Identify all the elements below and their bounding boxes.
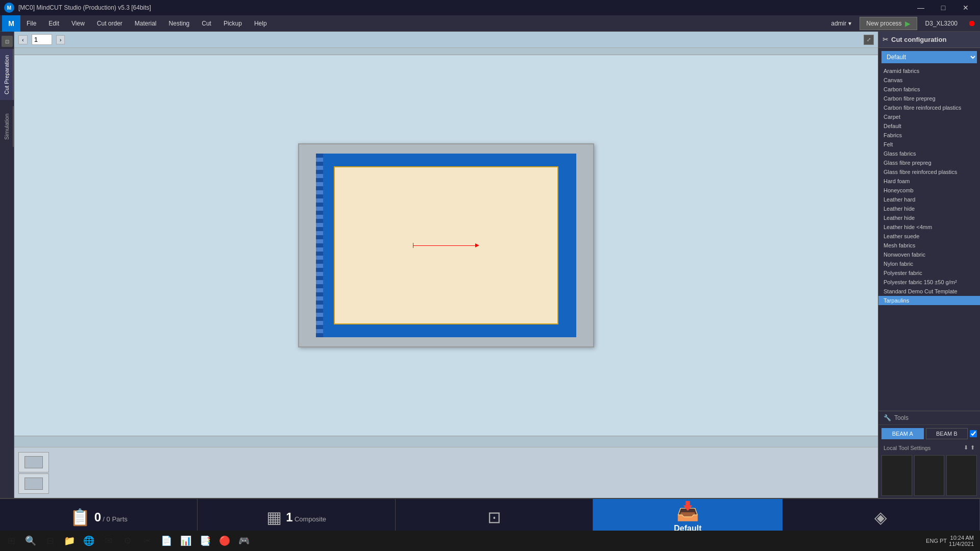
menubar-right: admir ▾ New process ▶ D3_XL3200 ⏺ (827, 17, 978, 30)
mat-leather-hide-4mm[interactable]: Leather hide <4mm (878, 222, 980, 232)
right-panel: ✂ Cut configuration Default Aramid fabri… (878, 32, 980, 498)
scroll-bar-top (14, 48, 878, 55)
menu-cut[interactable]: Cut (195, 15, 217, 32)
mat-glass-fibre-reinforced[interactable]: Glass fibre reinforced plastics (878, 167, 980, 177)
canvas-main[interactable] (14, 55, 878, 436)
new-process-button[interactable]: New process ▶ (860, 17, 917, 30)
mat-leather-hard[interactable]: Leather hard (878, 195, 980, 204)
menu-cutorder[interactable]: Cut order (91, 15, 129, 32)
mat-carbon-fibre-reinforced[interactable]: Carbon fibre reinforced plastics (878, 103, 980, 112)
user-menu[interactable]: admir ▾ (827, 18, 855, 29)
title-text: [MC0] MindCUT Studio (Production) v5.3 [… (18, 4, 151, 11)
thumbnail-2[interactable] (18, 473, 49, 494)
record-button[interactable]: ⏺ (966, 17, 978, 30)
mat-default[interactable]: Default (878, 121, 980, 131)
user-name: admir (831, 20, 846, 27)
win-explorer-btn[interactable]: 📁 (60, 532, 79, 550)
page-number-input[interactable] (32, 34, 52, 45)
mat-hard-foam[interactable]: Hard foam (878, 177, 980, 186)
mat-nylon-fabric[interactable]: Nylon fabric (878, 259, 980, 268)
canvas-area: ‹ › ⤢ (14, 32, 878, 498)
window-controls[interactable]: — □ ✕ (911, 0, 976, 15)
composite-count: 1 (286, 510, 292, 524)
mat-standard-demo[interactable]: Standard Demo Cut Template (878, 287, 980, 296)
mat-mesh-fabrics[interactable]: Mesh fabrics (878, 241, 980, 250)
mat-leather-hide-2[interactable]: Leather hide (878, 213, 980, 222)
mat-nonwoven-fabric[interactable]: Nonwoven fabric (878, 250, 980, 259)
win-acrobat-btn[interactable]: 📄 (157, 532, 176, 550)
menu-help[interactable]: Help (248, 15, 273, 32)
left-sidebar: ⊡ Cut Preparation Simulation (0, 32, 14, 498)
beam-a-button[interactable]: BEAM A (881, 428, 924, 439)
win-ppt-btn[interactable]: 📑 (196, 532, 214, 550)
menu-pickup[interactable]: Pickup (217, 15, 248, 32)
win-excel-btn[interactable]: 📊 (177, 532, 195, 550)
tool-slots (878, 453, 980, 498)
expand-button[interactable]: ⤢ (864, 35, 874, 45)
download-icon[interactable]: ⬇ (964, 444, 968, 451)
menu-nesting[interactable]: Nesting (163, 15, 196, 32)
user-dropdown-icon: ▾ (848, 20, 851, 27)
sidebar-btn-1[interactable]: ⊡ (2, 36, 13, 47)
mat-leather-suede[interactable]: Leather suede (878, 232, 980, 241)
cut-config-dropdown[interactable]: Default (881, 51, 977, 63)
win-taskview-btn[interactable]: ⊟ (41, 532, 59, 550)
menu-edit[interactable]: Edit (42, 15, 65, 32)
mat-glass-fibre-prepreg[interactable]: Glass fibre prepreg (878, 158, 980, 167)
win-snip-btn[interactable]: ✂ (138, 532, 156, 550)
new-process-label: New process (866, 20, 901, 27)
mat-aramid-fabrics[interactable]: Aramid fabrics (878, 66, 980, 76)
mat-honeycomb[interactable]: Honeycomb (878, 186, 980, 195)
minimize-button[interactable]: — (911, 0, 931, 15)
mat-felt[interactable]: Felt (878, 140, 980, 149)
nav-next-button[interactable]: › (56, 35, 65, 44)
beam-b-button[interactable]: BEAM B (926, 428, 968, 439)
win-app1-btn[interactable]: 🔴 (215, 532, 234, 550)
close-button[interactable]: ✕ (955, 0, 976, 15)
mat-carpet[interactable]: Carpet (878, 112, 980, 121)
date: 11/4/2021 (949, 541, 974, 547)
upload-icon[interactable]: ⬆ (970, 444, 975, 451)
scroll-bar-bottom[interactable] (14, 436, 878, 447)
thumbnail-1[interactable] (18, 452, 49, 472)
menu-material[interactable]: Material (129, 15, 163, 32)
win-app2-btn[interactable]: 🎮 (235, 532, 253, 550)
language-indicator: ENG PT (926, 538, 947, 544)
sidebar-cut-preparation[interactable]: Cut Preparation (0, 49, 14, 100)
parts-label: / 0 Parts (103, 515, 127, 523)
menu-file[interactable]: File (20, 15, 42, 32)
mat-canvas[interactable]: Canvas (878, 76, 980, 85)
mat-leather-hide-1[interactable]: Leather hide (878, 204, 980, 213)
mat-glass-fabrics[interactable]: Glass fabrics (878, 149, 980, 158)
app-logo: M (2, 15, 20, 32)
mat-carbon-fabrics[interactable]: Carbon fabrics (878, 85, 980, 94)
mat-fabrics[interactable]: Fabrics (878, 131, 980, 140)
composite-icon: ▦ (266, 508, 282, 527)
mat-polyester-fabric-150[interactable]: Polyester fabric 150 ±50 g/m² (878, 278, 980, 287)
composite-label: Composite (295, 515, 326, 523)
nesting-icon: ⊡ (487, 508, 501, 527)
win-mail-btn[interactable]: ✉ (99, 532, 117, 550)
mat-tarpaulins[interactable]: Tarpaulins (878, 296, 980, 305)
thumbnail-area (14, 447, 878, 498)
win-chrome-btn[interactable]: 🌐 (80, 532, 98, 550)
win-search-btn[interactable]: 🔍 (21, 532, 40, 550)
pickup-icon: ◈ (874, 508, 887, 527)
mat-carbon-fibre-prepreg[interactable]: Carbon fibre prepreg (878, 94, 980, 103)
thumb-inner-1 (24, 456, 43, 468)
win-settings-btn[interactable]: ⚙ (118, 532, 137, 550)
machine-inner (316, 154, 576, 337)
menu-view[interactable]: View (65, 15, 91, 32)
mat-polyester-fabric[interactable]: Polyester fabric (878, 268, 980, 278)
app-icon: M (4, 3, 14, 13)
right-panel-title: Cut configuration (891, 36, 946, 43)
sidebar-simulation[interactable]: Simulation (0, 106, 14, 147)
nav-prev-button[interactable]: ‹ (18, 35, 28, 44)
main-layout: ⊡ Cut Preparation Simulation ‹ › ⤢ (0, 32, 980, 498)
beam-checkbox[interactable] (970, 430, 977, 437)
tool-slot-1 (881, 455, 912, 496)
win-start-btn[interactable]: ⊞ (2, 532, 20, 550)
cut-config-select[interactable]: Default (881, 51, 977, 63)
parts-count: 0 (94, 510, 101, 524)
maximize-button[interactable]: □ (933, 0, 953, 15)
